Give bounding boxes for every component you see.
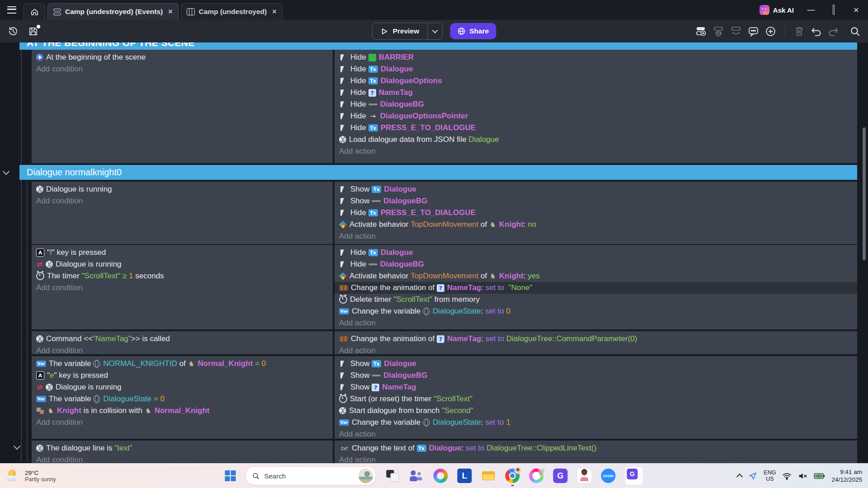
action-row[interactable]: Hide PRESS_E_TO_DIALOGUE — [335, 207, 857, 219]
add-condition-button[interactable]: Add condition — [32, 282, 333, 294]
action-row[interactable]: Hide DialogueOptionsPointer — [335, 110, 857, 122]
add-action-button[interactable]: Add action — [335, 454, 857, 464]
action-row[interactable]: Start dialogue from branch "Second" — [335, 405, 857, 417]
tab-events-sheet[interactable]: Camp (undestroyed) (Events) × — [47, 3, 179, 20]
close-window-button[interactable]: × — [851, 5, 862, 15]
photos-icon[interactable] — [577, 469, 592, 483]
add-condition-button[interactable]: Add condition — [32, 454, 333, 464]
add-action-button[interactable]: Add action — [335, 345, 857, 354]
group-header-top[interactable]: AT THE BEGINNING OF THE SCENE — [19, 42, 857, 50]
delete-icon[interactable] — [794, 26, 805, 37]
action-row[interactable]: Activate behavior TopDownMovement of Kni… — [335, 270, 857, 282]
location-icon[interactable] — [748, 471, 757, 480]
action-row[interactable]: Start (or reset) the timer "ScrollText" — [335, 393, 857, 405]
action-row[interactable]: Activate behavior TopDownMovement of Kni… — [335, 219, 857, 230]
add-action-button[interactable]: Add action — [335, 145, 857, 157]
teams-icon[interactable] — [410, 469, 424, 483]
close-icon[interactable]: × — [272, 8, 276, 15]
action-row[interactable]: Show Dialogue — [335, 358, 857, 370]
action-row[interactable]: Hide PRESS_E_TO_DIALOGUE — [335, 122, 857, 134]
add-action-button[interactable]: Add action — [335, 428, 857, 439]
action-row[interactable]: Change the animation of NameTag: set to … — [335, 282, 857, 294]
chrome-icon[interactable] — [505, 469, 520, 483]
search-highlight-image[interactable] — [359, 469, 373, 483]
weather-widget[interactable]: 29°C Partly sunny — [5, 464, 56, 488]
copilot-icon[interactable] — [434, 469, 448, 483]
group-header-dialogue[interactable]: Dialogue normalknight0 — [19, 165, 857, 180]
action-row[interactable]: Load dialogue data from JSON file Dialog… — [335, 134, 857, 145]
collapse-chevron-icon[interactable] — [3, 168, 10, 175]
condition-row[interactable]: "e" key is pressed — [32, 370, 333, 381]
linkedin-icon[interactable] — [458, 469, 472, 483]
add-condition-button[interactable]: Add condition — [32, 345, 333, 354]
version-history-icon[interactable] — [7, 26, 18, 37]
action-row[interactable]: Delete timer "ScrollText" from memory — [335, 294, 857, 305]
language-indicator[interactable]: ENG US — [764, 469, 776, 482]
condition-row[interactable]: Command <<"NameTag">> is called — [32, 333, 333, 345]
wifi-icon[interactable] — [782, 471, 792, 481]
action-row[interactable]: Hide NameTag — [335, 87, 857, 99]
zoom-icon[interactable] — [601, 469, 616, 483]
add-circle-icon[interactable] — [765, 26, 776, 37]
action-row[interactable]: Hide DialogueOptions — [335, 75, 857, 87]
action-row[interactable]: Show DialogueBG — [335, 370, 857, 381]
action-row[interactable]: Hide DialogueBG — [335, 99, 857, 110]
save-icon[interactable] — [28, 26, 38, 37]
action-row[interactable]: Show Dialogue — [335, 183, 857, 195]
paint-icon[interactable] — [529, 469, 544, 483]
search-icon[interactable] — [849, 26, 861, 37]
action-row[interactable]: Change the variable DialogueState: set t… — [335, 305, 857, 317]
action-row[interactable]: Show NameTag — [335, 381, 857, 393]
condition-row[interactable]: The variable DialogueState = 0 — [32, 393, 333, 405]
action-row[interactable]: Show DialogueBG — [335, 195, 857, 207]
close-icon[interactable]: × — [168, 8, 172, 15]
add-condition-button[interactable]: Add condition — [32, 63, 333, 75]
add-comment-icon[interactable] — [748, 26, 759, 37]
preview-dropdown[interactable] — [428, 30, 442, 33]
add-action-button[interactable]: Add action — [335, 230, 857, 242]
condition-row[interactable]: Dialogue is running — [32, 183, 333, 195]
share-button[interactable]: Share — [450, 23, 496, 39]
action-row[interactable]: Hide Dialogue — [335, 63, 857, 75]
redo-icon[interactable] — [828, 26, 839, 37]
condition-row[interactable]: Dialogue is running — [32, 258, 333, 270]
action-row[interactable]: Change the text of Dialogue: set to Dial… — [335, 442, 857, 454]
action-row[interactable]: Hide DialogueBG — [335, 258, 857, 270]
preview-button[interactable]: Preview — [372, 23, 443, 40]
add-condition-button[interactable]: Add condition — [32, 195, 333, 207]
battery-icon[interactable] — [814, 471, 825, 481]
gdevelop-icon[interactable] — [553, 469, 568, 483]
tray-chevron-up-icon[interactable] — [736, 474, 743, 480]
condition-row[interactable]: At the beginning of the scene — [32, 52, 333, 63]
add-condition-button[interactable]: Add condition — [32, 417, 333, 428]
action-row[interactable]: Change the animation of NameTag: set to … — [335, 333, 857, 345]
condition-row[interactable]: The timer "ScrollText" ≥ 1 seconds — [32, 270, 333, 282]
condition-row[interactable]: "f" key is pressed — [32, 247, 333, 258]
add-action-button[interactable]: Add action — [335, 317, 857, 329]
maximize-button[interactable] — [828, 5, 839, 14]
hamburger-menu-icon[interactable] — [7, 6, 16, 14]
undo-icon[interactable] — [811, 26, 822, 37]
home-tab[interactable] — [24, 3, 45, 20]
condition-row[interactable]: Dialogue is running — [32, 381, 333, 393]
clock[interactable]: 9:41 am 24/12/2025 — [831, 468, 862, 483]
task-view-icon[interactable] — [386, 469, 400, 483]
start-button[interactable] — [225, 470, 236, 481]
condition-row[interactable]: Knight is in collision with Normal_Knigh… — [32, 405, 333, 417]
condition-row[interactable]: The variable NORMAL_KNIGHTID of Normal_K… — [32, 358, 333, 370]
add-subevent-icon[interactable] — [712, 25, 724, 37]
tab-scene[interactable]: Camp (undestroyed) × — [181, 3, 283, 20]
gdevelop-active-icon[interactable] — [625, 467, 643, 485]
add-other-event-icon[interactable] — [730, 25, 742, 37]
scrollbar-thumb[interactable] — [863, 127, 866, 260]
action-row[interactable]: Hide Dialogue — [335, 247, 857, 258]
action-row[interactable]: Change the variable DialogueState: set t… — [335, 417, 857, 428]
volume-muted-icon[interactable] — [798, 471, 807, 481]
add-event-icon[interactable] — [695, 25, 707, 37]
condition-row[interactable]: The dialogue line is "text" — [32, 442, 333, 454]
file-explorer-icon[interactable] — [481, 469, 496, 483]
action-row[interactable]: Hide BARRIER — [335, 52, 857, 63]
search-box[interactable]: Search — [245, 466, 376, 485]
ask-ai-button[interactable]: Ask AI — [760, 5, 794, 15]
minimize-button[interactable]: — — [806, 5, 816, 14]
